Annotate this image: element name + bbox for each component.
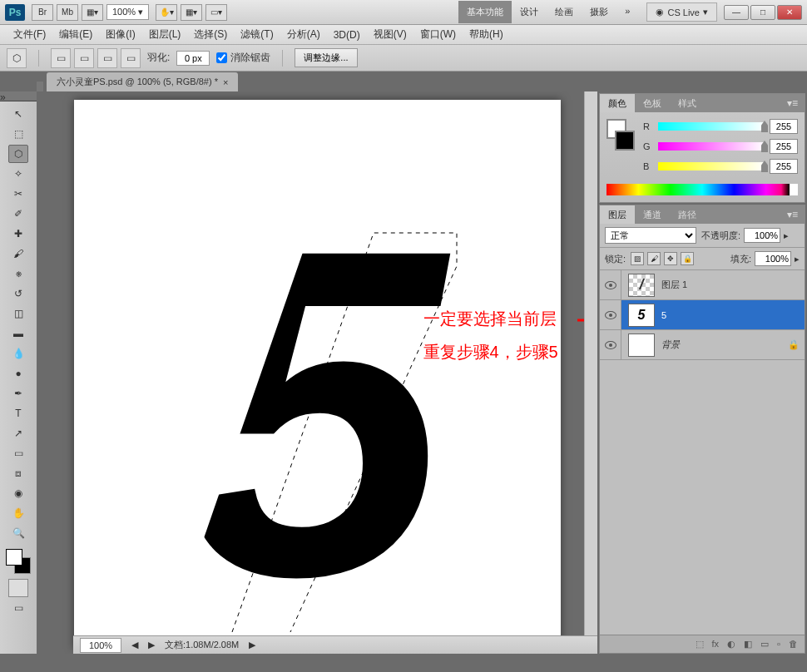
bridge-button[interactable]: Br [32, 4, 53, 21]
minibridge-button[interactable]: Mb [57, 4, 78, 21]
feather-input[interactable] [176, 51, 210, 66]
move-tool[interactable]: ↖ [8, 105, 28, 123]
screen-mode-button[interactable]: ▦▾ [82, 4, 103, 21]
menu-help[interactable]: 帮助(H) [464, 25, 508, 44]
r-slider[interactable] [658, 122, 765, 131]
trash-icon[interactable]: 🗑 [789, 639, 798, 650]
crop-tool[interactable]: ✂ [8, 185, 28, 203]
workspace-tab-photography[interactable]: 摄影 [582, 1, 616, 23]
r-input[interactable] [770, 119, 798, 134]
lasso-tool[interactable]: ⬡ [8, 145, 28, 163]
layer-name[interactable]: 背景 [661, 338, 788, 351]
quick-mask-button[interactable] [8, 579, 28, 597]
bg-swatch[interactable] [615, 131, 635, 151]
pen-tool[interactable]: ✒ [8, 384, 28, 403]
status-chevron-icon[interactable]: ▶ [249, 640, 255, 650]
menu-window[interactable]: 窗口(W) [415, 25, 461, 44]
g-slider[interactable] [658, 142, 765, 151]
arrange-button[interactable]: ▦▾ [181, 4, 202, 21]
fill-chevron-icon[interactable]: ▸ [795, 254, 800, 264]
antialias-checkbox[interactable]: 消除锯齿 [216, 51, 270, 65]
opacity-chevron-icon[interactable]: ▸ [784, 230, 789, 241]
layers-panel-menu-icon[interactable]: ▾≡ [780, 205, 805, 224]
doctab-handle[interactable] [37, 82, 43, 91]
zoom-dropdown[interactable]: 100% ▾ [106, 4, 149, 20]
hand-tool[interactable]: ✋ [8, 504, 28, 522]
layer-row[interactable]: 5 5 [600, 300, 805, 330]
dodge-tool[interactable]: ● [8, 364, 28, 383]
workspace-tab-design[interactable]: 设计 [512, 1, 547, 23]
fg-color-swatch[interactable] [6, 549, 22, 566]
zoom-tool[interactable]: 🔍 [8, 524, 28, 542]
workspace-more[interactable]: » [616, 1, 638, 23]
add-selection-icon[interactable]: ▭ [74, 48, 94, 68]
close-button[interactable]: ✕ [777, 5, 802, 20]
visibility-toggle[interactable] [600, 300, 621, 329]
layer-row[interactable]: 背景 🔒 [600, 330, 805, 360]
hand-tool-button[interactable]: ✋▾ [156, 4, 177, 21]
eyedropper-tool[interactable]: ✐ [8, 205, 28, 223]
visibility-toggle[interactable] [600, 270, 621, 299]
chevron-left-icon[interactable]: ◀ [131, 640, 138, 650]
wand-tool[interactable]: ✧ [8, 165, 28, 183]
marquee-tool[interactable]: ⬚ [8, 125, 28, 143]
layer-name[interactable]: 5 [661, 310, 805, 320]
menu-3d[interactable]: 3D(D) [329, 27, 365, 43]
workspace-tab-painting[interactable]: 绘画 [547, 1, 582, 23]
g-input[interactable] [770, 139, 798, 154]
blur-tool[interactable]: 💧 [8, 344, 28, 363]
type-tool[interactable]: T [8, 404, 28, 422]
group-icon[interactable]: ▭ [760, 639, 769, 650]
mask-icon[interactable]: ◐ [727, 639, 735, 650]
tab-paths[interactable]: 路径 [670, 205, 705, 224]
tab-swatches[interactable]: 色板 [635, 94, 670, 112]
brush-tool[interactable]: 🖌 [8, 245, 28, 263]
color-ramp[interactable] [606, 184, 798, 195]
menu-image[interactable]: 图像(I) [101, 25, 140, 44]
refine-edge-button[interactable]: 调整边缘... [295, 48, 357, 67]
layer-thumbnail[interactable]: / [628, 274, 655, 297]
document-tab-close-icon[interactable]: × [223, 77, 228, 87]
blend-mode-select[interactable]: 正常 [605, 227, 696, 244]
tab-styles[interactable]: 样式 [670, 94, 705, 112]
tab-channels[interactable]: 通道 [635, 205, 670, 224]
layer-thumbnail[interactable]: 5 [628, 304, 655, 327]
lock-all-icon[interactable]: 🔒 [681, 252, 694, 265]
fx-icon[interactable]: fx [712, 639, 720, 650]
history-brush-tool[interactable]: ↺ [8, 284, 28, 303]
canvas[interactable]: 5 一定要选择当前层 重复步骤4，步骤5 [74, 100, 561, 649]
color-panel-menu-icon[interactable]: ▾≡ [780, 94, 805, 112]
menu-file[interactable]: 文件(F) [8, 25, 51, 44]
new-selection-icon[interactable]: ▭ [51, 48, 71, 68]
menu-analysis[interactable]: 分析(A) [282, 25, 325, 44]
link-layers-icon[interactable]: ⬚ [696, 639, 704, 650]
menu-edit[interactable]: 编辑(E) [54, 25, 97, 44]
adjustment-icon[interactable]: ◧ [744, 639, 752, 650]
heal-tool[interactable]: ✚ [8, 225, 28, 243]
layer-row[interactable]: / 图层 1 [600, 270, 805, 300]
layer-name[interactable]: 图层 1 [661, 279, 805, 291]
lock-transparent-icon[interactable]: ▨ [631, 252, 644, 265]
path-tool[interactable]: ↗ [8, 424, 28, 442]
document-tab[interactable]: 六小灵童PS.psd @ 100% (5, RGB/8#) * × [47, 72, 238, 91]
lock-paint-icon[interactable]: 🖌 [647, 252, 661, 265]
menu-layer[interactable]: 图层(L) [144, 25, 186, 44]
color-panel-swatches[interactable] [606, 119, 636, 151]
fill-input[interactable] [755, 251, 791, 266]
screenmode-button[interactable]: ▭ [8, 599, 28, 617]
extras-button[interactable]: ▭▾ [205, 4, 227, 21]
workspace-tab-essentials[interactable]: 基本功能 [458, 1, 512, 23]
stamp-tool[interactable]: ⎈ [8, 264, 28, 283]
tab-layers[interactable]: 图层 [600, 205, 635, 224]
gradient-tool[interactable]: ▬ [8, 324, 28, 343]
menu-view[interactable]: 视图(V) [369, 25, 412, 44]
layer-thumbnail[interactable] [628, 334, 655, 357]
b-input[interactable] [770, 159, 798, 174]
tab-color[interactable]: 颜色 [600, 94, 635, 112]
new-layer-icon[interactable]: ▫ [777, 639, 780, 650]
camera-tool[interactable]: ◉ [8, 484, 28, 502]
chevron-right-icon[interactable]: ▶ [148, 640, 155, 650]
visibility-toggle[interactable] [600, 330, 621, 359]
opacity-input[interactable] [744, 228, 780, 243]
menu-filter[interactable]: 滤镜(T) [235, 25, 278, 44]
